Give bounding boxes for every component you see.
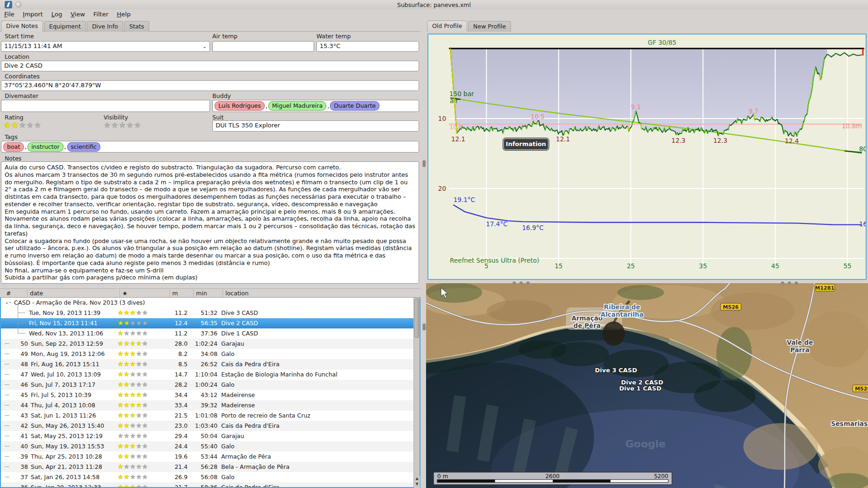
column-header-0[interactable]: # <box>4 290 11 297</box>
water-temp-field[interactable]: 15.3°C <box>316 41 419 52</box>
dive-row-42[interactable]: 42Sun, May 26, 2013 15:40★★★★★23.01:03:4… <box>1 421 420 431</box>
tab-stats[interactable]: Stats <box>124 21 149 32</box>
menu-file[interactable]: File <box>0 9 19 20</box>
dive-row-39[interactable]: 39Thu, Apr 25, 2013 10:28★★★★★19.653:44A… <box>1 452 420 462</box>
vertical-splitter[interactable]: ●●● ●●● <box>420 21 426 488</box>
dive-row-48[interactable]: 48Fri, Aug 16, 2013 15:11★★★★★8.526:52Ca… <box>1 359 420 369</box>
buddy-field[interactable]: Luís Rodrigues,Miguel Madureira,Duarte D… <box>212 100 419 112</box>
collapse-arrow-icon[interactable]: ⌄– <box>5 299 12 305</box>
dive-location: Cais da Pedra d'Eira <box>221 484 280 488</box>
dive-date: Thu, Apr 25, 2013 10:28 <box>31 453 102 460</box>
dive-duration: 56:08 <box>189 474 217 481</box>
subsurface-window: { "window": { "title": "Subsurface: pane… <box>0 0 868 488</box>
dive-row-38[interactable]: 38Sun, Apr 21, 2013 11:28★★★★★21.456:28B… <box>1 462 420 472</box>
dive-depth: 11.2 <box>160 309 188 316</box>
dive-stars: ★★★★★ <box>118 309 148 316</box>
dive-stars: ★★★★★ <box>118 473 148 481</box>
dive-row-45[interactable]: 45Fri, Jul 5, 2013 10:39★★★★★34.443:12Ma… <box>1 390 420 400</box>
menu-import[interactable]: Import <box>19 9 47 20</box>
svg-text:35: 35 <box>699 262 707 270</box>
dive-location: Dive 2 CASD <box>221 320 258 327</box>
pill-duarte-duarte: Duarte Duarte <box>330 101 379 111</box>
tab-dive-notes[interactable]: Dive Notes <box>1 21 43 32</box>
scroll-up-icon[interactable]: ▲ <box>414 476 420 481</box>
dive-stars: ★★★★★ <box>118 340 148 347</box>
dive-row-37[interactable]: 37Sat, Jan 26, 2013 14:58★★★★★26.956:08G… <box>1 472 420 482</box>
dive-site-label: Dive 3 CASD <box>595 367 637 374</box>
chevron-down-icon[interactable]: ⌄ <box>203 43 207 49</box>
dive-depth: 24.4 <box>160 443 188 450</box>
dive-location: Garajau <box>221 432 244 439</box>
scroll-down-icon[interactable]: ▼ <box>414 481 420 487</box>
svg-text:12.3: 12.3 <box>672 137 686 144</box>
svg-text:20: 20 <box>438 185 446 192</box>
dive-stars: ★★★★★ <box>118 370 148 378</box>
dive-row-43[interactable]: 43Sat, Jun 1, 2013 11:26★★★★★21.51:01:08… <box>1 411 420 421</box>
menu-filter[interactable]: Filter <box>89 9 112 20</box>
location-field[interactable]: Dive 2 CASD <box>1 61 419 71</box>
column-header-1[interactable]: date <box>27 290 43 297</box>
dive-profile-chart[interactable]: 10.810.8mGF 30/85150 barair8019.1°C17.4°… <box>427 34 867 280</box>
dive-duration: 1:10:04 <box>189 371 217 378</box>
dive-row-dive-2-casd[interactable]: Fri, Nov 15, 2013 11:41★★★★★12.456:35Div… <box>1 318 420 328</box>
dive-duration: 1:03:40 <box>189 422 217 429</box>
column-header-4[interactable]: min <box>193 290 207 297</box>
tab-dive-info[interactable]: Dive Info <box>87 21 123 32</box>
notes-textarea[interactable]: Aula do curso CASD. Transectos c/video e… <box>1 161 419 284</box>
tree-elbow <box>18 323 25 334</box>
dive-depth: 21.5 <box>160 412 188 419</box>
coordinates-field[interactable]: 37°05'23.460"N 8°20'47.879"W <box>1 80 419 91</box>
dive-row-41[interactable]: 41Sat, May 25, 2013 12:19★★★★★29.450:04G… <box>1 431 420 441</box>
profile-map-panel: Old ProfileNew Profile 10.810.8mGF 30/85… <box>426 21 868 488</box>
column-header-5[interactable]: location <box>223 290 249 297</box>
dive-date: Sat, Jun 1, 2013 11:26 <box>31 412 96 419</box>
dive-site-map[interactable]: Armaçãode PêraRibeira deAlcantarilhaVale… <box>426 283 868 488</box>
scrollbar-thumb[interactable] <box>414 299 419 338</box>
dive-duration: 37:36 <box>189 330 217 337</box>
rating-label: Rating <box>5 114 23 121</box>
dive-row-46[interactable]: 46Sun, Jul 7, 2013 17:17★★★★★28.21:00:24… <box>1 380 420 390</box>
dive-row-49[interactable]: 49Mon, Aug 19, 2013 12:06★★★★★8.234:08Ga… <box>1 349 420 359</box>
trip-group-row[interactable]: ⌄–CASD - Armação de Pêra, Nov 2013 (3 di… <box>1 298 420 308</box>
window-title: Subsurface: paneves.xml <box>0 1 868 8</box>
dive-row-50[interactable]: 50Sun, Sep 22, 2013 12:59★★★★★28.01:02:2… <box>1 339 420 349</box>
dive-location: Dive 3 CASD <box>221 309 258 316</box>
tree-elbow <box>18 313 25 323</box>
dive-row-44[interactable]: 44Thu, Jul 4, 2013 10:08★★★★★33.439:32Ma… <box>1 400 420 411</box>
dive-list-header[interactable]: #date★mminlocation <box>0 288 420 298</box>
dive-row-dive-3-casd[interactable]: Tue, Nov 19, 2013 11:39★★★★★11.251:32Div… <box>1 308 420 318</box>
tab-new-profile[interactable]: New Profile <box>468 21 511 32</box>
menu-log[interactable]: Log <box>47 9 66 20</box>
svg-text:9.1: 9.1 <box>631 103 641 111</box>
divemaster-field[interactable] <box>1 100 210 112</box>
tree-dash <box>5 467 9 467</box>
visibility-stars[interactable]: ★★★★★ <box>104 120 141 130</box>
dive-list[interactable]: ⌄–CASD - Armação de Pêra, Nov 2013 (3 di… <box>0 298 420 488</box>
tab-equipment[interactable]: Equipment <box>44 21 86 32</box>
horizontal-splitter[interactable]: ● ● ● ● ● ● <box>426 280 868 283</box>
dive-location: Bela - Armação de Pêra <box>221 463 290 470</box>
svg-text:5200: 5200 <box>654 473 668 480</box>
tree-dash <box>5 354 9 354</box>
dive-row-dive-1-casd[interactable]: Wed, Nov 13, 2013 11:06★★★★★11.237:36Div… <box>1 328 420 339</box>
dive-list-scrollbar[interactable]: ▲▼ <box>413 298 420 488</box>
tags-field[interactable]: boat,instructor,scientific <box>1 141 419 153</box>
start-time-combobox[interactable]: 11/15/13 11:41 AM⌄ <box>1 41 210 52</box>
map-canvas[interactable]: Armaçãode PêraRibeira deAlcantarilhaVale… <box>426 283 868 488</box>
air-temp-field[interactable] <box>212 41 314 52</box>
column-header-2[interactable]: ★ <box>119 290 127 297</box>
column-header-3[interactable]: m <box>169 290 178 297</box>
suit-field[interactable]: DUI TLS 350 Explorer <box>212 120 419 132</box>
menu-help[interactable]: Help <box>112 9 135 20</box>
dive-row-36[interactable]: 36Sun, Jan 20, 2013 12:33★★★★★21.758:36C… <box>1 482 420 488</box>
device-label: Reefnet Sensus Ultra (Preto) <box>450 257 539 264</box>
rating-stars[interactable]: ★★★★★ <box>4 120 42 130</box>
dive-row-40[interactable]: 40Sun, May 19, 2013 15:53★★★★★24.455:40G… <box>1 441 420 452</box>
dive-date: Mon, Aug 19, 2013 12:06 <box>31 350 105 357</box>
information-tooltip[interactable]: Information <box>503 138 549 150</box>
dive-duration: 1:00:24 <box>189 381 217 388</box>
menu-view[interactable]: View <box>66 9 89 20</box>
titlebar[interactable]: Subsurface: paneves.xml <box>0 0 868 9</box>
dive-row-47[interactable]: 47Wed, Jul 10, 2013 13:09★★★★★14.71:10:0… <box>1 369 420 380</box>
tab-old-profile[interactable]: Old Profile <box>427 21 467 32</box>
